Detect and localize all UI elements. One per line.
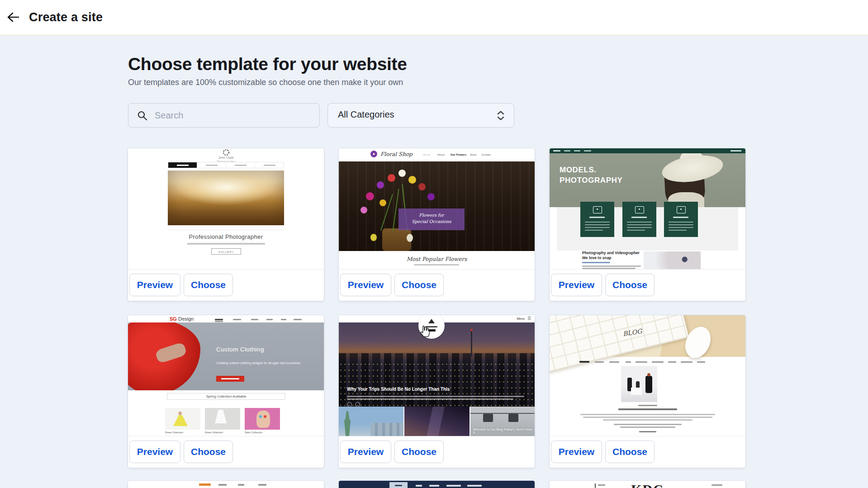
- mini-nav-item: [218, 484, 227, 486]
- preview-button[interactable]: Preview: [551, 441, 602, 463]
- template-thumbnail-blog[interactable]: BLOG: [550, 315, 745, 436]
- mini-text-bar: [347, 396, 524, 397]
- mini-text-bar: [620, 426, 675, 428]
- mini-site-name: Floral Shop: [380, 151, 413, 157]
- lift-chair: [483, 414, 493, 422]
- mini-heading-bar: [618, 408, 677, 410]
- bikini-dot: [264, 415, 266, 418]
- preview-button[interactable]: Preview: [551, 274, 602, 296]
- template-card-travel-blog: Menu ☰ Why Your Trips Should Be No Longe…: [339, 315, 535, 468]
- model-body: [256, 411, 270, 428]
- camera-icon: [677, 206, 686, 213]
- tulip: [366, 192, 374, 200]
- search-input[interactable]: [154, 104, 314, 126]
- red-hair: [647, 373, 650, 376]
- mini-text-bar: [603, 419, 693, 421]
- mini-text-bar: [582, 265, 641, 267]
- mini-nav-item: [626, 361, 631, 363]
- section-heading: Choose template for your website: [128, 54, 407, 74]
- mini-read-more-bar: [639, 431, 656, 432]
- template-card-sg-design: SG Design Custom Clothing Creating custo…: [128, 315, 324, 468]
- template-thumbnail-partial-right[interactable]: KDC: [550, 481, 745, 488]
- template-card-partial-right: KDC: [550, 481, 745, 488]
- tile-text-bar: [669, 227, 693, 228]
- tile-text-bar: [627, 230, 645, 231]
- video-icon: [593, 206, 602, 213]
- preview-button[interactable]: Preview: [340, 441, 391, 463]
- card-footer: Preview Choose: [339, 436, 535, 468]
- preview-button[interactable]: Preview: [129, 441, 180, 463]
- keyboard: [550, 315, 689, 374]
- tile-text-bar: [669, 222, 693, 223]
- choose-button[interactable]: Choose: [184, 274, 233, 296]
- mini-nav-item: [429, 485, 439, 487]
- thumb-caption: Welcome to Our Blog Feature, Here's How …: [473, 428, 534, 434]
- choose-button[interactable]: Choose: [605, 274, 655, 296]
- mini-nav-item: [233, 319, 241, 320]
- template-card-models-photography: MODELS. PHOTOGRAPHY: [550, 148, 745, 301]
- mini-section-line2: We love to snap: [582, 256, 612, 260]
- mini-hero-desk: BLOG: [550, 315, 745, 357]
- mini-caption-bar: [638, 405, 657, 406]
- mini-hero-subtitle: Creating custom clothing designs for all…: [216, 360, 315, 365]
- city-lights: [339, 361, 535, 407]
- tile-text-bar: [669, 230, 687, 231]
- mini-feature-tile: [622, 202, 656, 237]
- page-title: Create a site: [29, 0, 103, 34]
- template-thumbnail-sg-design[interactable]: SG Design Custom Clothing Creating custo…: [128, 315, 324, 436]
- template-thumbnail-partial-middle[interactable]: [339, 481, 535, 488]
- mini-hero: Custom Clothing Creating custom clothing…: [128, 322, 324, 390]
- image-icon: [635, 206, 644, 213]
- category-select[interactable]: All Categories: [327, 103, 514, 128]
- choose-button[interactable]: Choose: [394, 441, 444, 463]
- tulip: [427, 193, 435, 200]
- arrow-left-icon: [7, 12, 19, 23]
- model-head: [178, 412, 182, 415]
- preview-button[interactable]: Preview: [129, 274, 180, 296]
- mini-hero-title: Why Your Trips Should Be No Longer Than …: [347, 387, 474, 392]
- figure: [645, 376, 652, 393]
- choose-button[interactable]: Choose: [394, 274, 444, 296]
- template-thumbnail-models-photography[interactable]: MODELS. PHOTOGRAPHY: [550, 148, 745, 269]
- tulip: [407, 234, 413, 242]
- tulip: [418, 183, 426, 190]
- template-thumbnail-partial-left[interactable]: [128, 481, 324, 488]
- tile-text-bar: [627, 222, 652, 223]
- mini-hero: MODELS. PHOTOGRAPHY: [550, 153, 745, 207]
- mini-logo-rest: Design: [178, 316, 194, 322]
- tulip: [370, 234, 377, 241]
- mini-nav-item: [668, 361, 676, 363]
- top-bar: Create a site: [0, 0, 868, 35]
- preview-button[interactable]: Preview: [340, 274, 391, 296]
- choose-button[interactable]: Choose: [605, 441, 655, 463]
- mini-nav-item: [609, 361, 619, 363]
- mini-nav-tab: [197, 162, 226, 168]
- mini-subtitle-bar: [414, 264, 459, 265]
- tulip: [377, 181, 384, 189]
- mini-nav-item: [697, 361, 705, 363]
- back-button[interactable]: [2, 6, 24, 28]
- choose-button[interactable]: Choose: [184, 441, 233, 463]
- collection-caption: Dress Collection: [205, 431, 223, 434]
- mini-nav-item: [595, 361, 604, 363]
- collection-caption: Swim Collection: [245, 431, 262, 434]
- tile-text-bar: [627, 224, 652, 225]
- mini-hero-wood-background: Flowers for Special Occasions: [339, 161, 535, 251]
- product-thumb-swimwear: [245, 408, 280, 430]
- mini-nav-bar: [168, 162, 284, 168]
- template-card-photographer: John Clark Photographer Professional Pho…: [128, 148, 324, 301]
- bikini-dot: [259, 415, 262, 418]
- mini-text-bar: [347, 398, 513, 400]
- mini-hero-overlay: Flowers for Special Occasions: [398, 208, 465, 230]
- template-thumbnail-floral-shop[interactable]: Floral Shop Home About Our Flowers Store…: [339, 148, 535, 269]
- mini-nav-text-bar: [395, 485, 402, 486]
- mini-nav-item-active: [199, 483, 211, 486]
- template-thumbnail-photographer[interactable]: John Clark Photographer Professional Pho…: [128, 148, 324, 269]
- mini-nav-item: [258, 484, 266, 486]
- template-card-partial-left: [128, 481, 324, 488]
- overlay-line1: Flowers for: [419, 213, 444, 218]
- chevron-up-down-icon: [496, 110, 506, 122]
- card-footer: Preview Choose: [339, 269, 535, 301]
- template-thumbnail-travel-blog[interactable]: Menu ☰ Why Your Trips Should Be No Longe…: [339, 315, 535, 436]
- card-footer: Preview Choose: [550, 269, 745, 301]
